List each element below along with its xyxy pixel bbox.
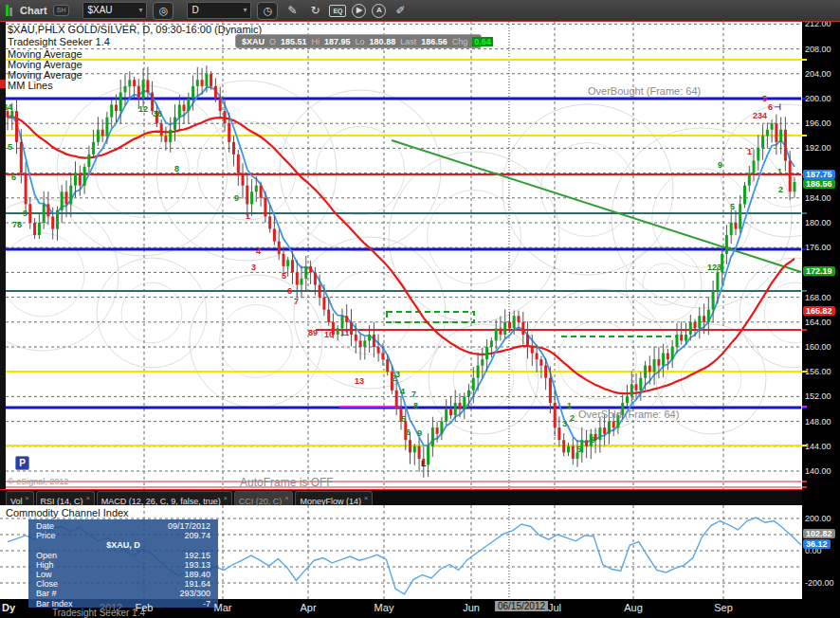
svg-text:OverBought (Frame: 64): OverBought (Frame: 64) [588,85,701,97]
cci-panel-title: Commodity Channel Index [6,507,129,518]
clock-icon[interactable]: ◷ [257,2,278,20]
study-label-mmlines: MM Lines [8,80,53,91]
price-tick: 152.00 [805,391,831,401]
level-tick [802,98,807,100]
price-tick: 184.00 [805,193,831,203]
time-label: Aug [624,602,643,613]
study-tab-macd[interactable]: MACD (12, 26, C, 9, false, true)× [97,491,232,505]
tooltip-row: High193.13 [36,560,210,570]
level-tick [802,486,807,488]
last-value: 186.56 [421,37,447,46]
price-badge: 186.56 [803,179,835,189]
price-badge: 165.82 [803,306,835,316]
target-settings-icon[interactable]: ◎ [153,2,173,20]
data-window-tooltip: Date09/17/2012Price209.74$XAU, DOpen192.… [28,519,218,608]
study-tab-rsi[interactable]: RSI (14, C)× [36,491,95,505]
close-icon[interactable]: × [86,495,90,501]
time-label: Jun [463,602,480,613]
chart-window: Chart SH $XAU▾ ◎ D▾ ◷ ✎ ↻ EQ ▶ A ✐ 34569… [0,0,840,618]
study-tab-moneyflow[interactable]: MoneyFlow (14)× [295,491,373,505]
svg-text:11: 11 [340,328,350,337]
svg-text:6: 6 [406,427,411,437]
time-label: May [374,602,394,613]
svg-text:3: 3 [562,419,567,428]
level-tick [802,212,807,214]
price-tick: 180.00 [805,218,831,227]
p-marker-badge[interactable]: P [15,456,29,470]
tooltip-row: Date09/17/2012 [36,521,210,531]
auto-icon[interactable]: A [372,4,386,18]
refresh-icon[interactable]: ↻ [306,4,323,17]
change-label: Chg [452,37,468,46]
price-tick: 140.00 [805,466,831,476]
time-label: Dy [2,602,15,613]
time-label: 2012 [100,602,122,613]
svg-text:123: 123 [707,263,721,272]
svg-text:3: 3 [251,263,256,272]
svg-text:6: 6 [768,102,773,112]
price-tick: 204.00 [805,69,831,79]
tooltip-row: Low189.40 [36,570,210,579]
time-label: Mar [214,602,232,613]
cci-badge: 36.12 [803,539,831,549]
chart-window-icon [6,5,12,16]
level-tick [802,290,807,292]
change-value: 0.64 [472,37,493,46]
svg-text:5: 5 [576,445,581,454]
svg-text:5: 5 [282,271,286,281]
time-label: Jul [548,602,561,613]
close-icon[interactable]: × [26,495,29,501]
svg-text:⊣: ⊣ [774,102,781,112]
price-tick: 144.00 [805,442,831,451]
tooltip-row: Open192.15 [36,551,210,560]
price-tick: 176.00 [805,243,831,252]
svg-text:4: 4 [400,387,405,396]
eq-icon[interactable]: EQ [329,5,346,17]
svg-text:9: 9 [591,435,595,445]
svg-text:5: 5 [8,142,12,152]
svg-text:5: 5 [401,414,406,424]
quote-symbol: $XAU [242,37,265,46]
svg-text:4: 4 [256,246,261,256]
svg-text:6: 6 [287,286,292,296]
last-label: Last [400,37,416,46]
study-tab-cci[interactable]: CCI (20, C)× [234,491,294,505]
svg-text:1: 1 [246,211,250,221]
symbol-select[interactable]: $XAU▾ [82,2,147,19]
study-tab-vol[interactable]: Vol× [6,491,34,505]
interval-select[interactable]: D▾ [187,2,251,19]
eraser-icon[interactable]: ✐ [392,4,409,17]
svg-text:36: 36 [153,109,162,118]
time-label: Sep [714,602,733,613]
svg-text:1: 1 [747,147,752,156]
level-tick [802,59,807,61]
price-tick: 192.00 [805,143,831,153]
close-icon[interactable]: × [284,495,288,501]
pencil-icon[interactable]: ✎ [283,4,301,17]
svg-text:2: 2 [778,185,783,194]
mm-lines-marker [0,80,6,88]
window-title: Chart [20,5,47,16]
close-icon[interactable]: × [364,495,368,501]
svg-text:7: 7 [411,390,416,399]
chevron-down-icon: ▾ [138,3,142,18]
svg-text:1: 1 [567,401,572,410]
link-badge: SH [53,5,70,16]
play-icon[interactable]: ▶ [352,4,366,18]
tooltip-row: Bar #293/300 [36,589,210,598]
time-axis-labels: Dy2012FebMarAprMayJunJulAugSep06/15/2012 [0,599,840,618]
close-icon[interactable]: × [224,495,228,501]
svg-text:34: 34 [3,102,12,112]
svg-text:1: 1 [777,167,782,176]
svg-text:13: 13 [355,376,364,386]
svg-text:2: 2 [570,413,575,423]
tooltip-symbol: $XAU, D [36,540,210,550]
selected-date-badge: 06/15/2012 [495,601,548,611]
svg-text:3: 3 [395,370,400,379]
open-value: 185.51 [281,37,307,46]
study-label-seeker: Tradesight Seeker 1.4 [8,36,110,47]
open-label: O [269,37,276,46]
svg-text:6: 6 [11,173,16,182]
price-tick: 196.00 [805,118,831,128]
svg-text:9: 9 [234,193,239,203]
